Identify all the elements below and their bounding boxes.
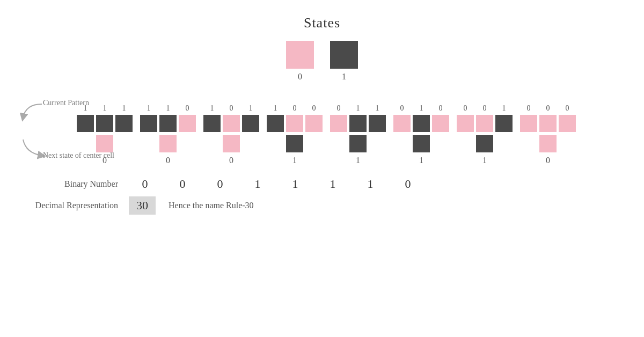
rule-item-1: 1100 (138, 104, 197, 165)
rule-item-3: 1001 (265, 104, 324, 165)
current-pattern-arrow (15, 99, 47, 126)
binary-val-1: 0 (166, 177, 199, 191)
current-pattern-label: Current Pattern (43, 99, 89, 107)
states-row: 0 1 (0, 41, 644, 82)
states-section: 0 1 (0, 41, 644, 82)
binary-label: Binary Number (0, 179, 118, 189)
state-0-label: 0 (298, 72, 302, 82)
hence-text: Hence the name Rule-30 (169, 201, 254, 210)
state-1: 1 (330, 41, 358, 82)
next-state-label: Next state of center cell (43, 151, 114, 160)
binary-values: 00011110 (129, 177, 424, 191)
binary-val-5: 1 (317, 177, 349, 191)
binary-val-4: 1 (279, 177, 311, 191)
state-0-cell (286, 41, 314, 69)
binary-val-2: 0 (204, 177, 236, 191)
decimal-row: Decimal Representation 30 Hence the name… (0, 196, 644, 215)
binary-val-7: 0 (392, 177, 424, 191)
next-state-arrow (15, 134, 47, 161)
state-0: 0 (286, 41, 314, 82)
rule-item-4: 0111 (328, 104, 387, 165)
binary-section: Binary Number 00011110 Decimal Represent… (0, 177, 644, 215)
decimal-value: 30 (129, 196, 156, 215)
rule-item-2: 1010 (202, 104, 261, 165)
state-1-cell (330, 41, 358, 69)
rule-item-6: 0011 (455, 104, 514, 165)
binary-val-0: 0 (129, 177, 161, 191)
binary-val-3: 1 (241, 177, 274, 191)
rules-container: 11101100101010010111010100110000 (75, 91, 644, 165)
rule-item-5: 0101 (392, 104, 451, 165)
page-title: States (0, 0, 644, 31)
binary-val-6: 1 (354, 177, 386, 191)
decimal-label: Decimal Representation (0, 201, 118, 210)
rule-item-7: 0000 (518, 104, 577, 165)
state-1-label: 1 (342, 72, 346, 82)
binary-row: Binary Number 00011110 (0, 177, 644, 191)
